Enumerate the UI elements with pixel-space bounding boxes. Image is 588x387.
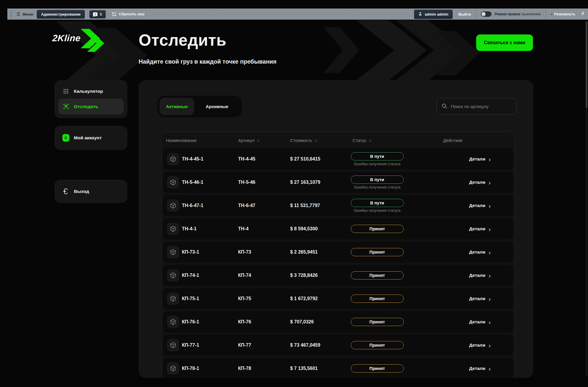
row-article: ТН-5-46 — [238, 180, 290, 185]
shipments-table: Наименование Артикул ↑↓ Стоимость ↑↓ Ста… — [161, 132, 515, 378]
drag-handle-icon[interactable] — [10, 10, 12, 18]
package-icon — [167, 176, 179, 188]
notifications-button[interactable]: i 5 — [89, 10, 106, 18]
row-cost: $ 7 135,5601 — [290, 366, 337, 371]
row-name: ТН-4-1 — [182, 226, 238, 231]
logo[interactable]: 2Kline — [52, 27, 108, 53]
search-input[interactable] — [451, 104, 511, 109]
sidebar-item-track[interactable]: Отследить — [58, 99, 124, 114]
row-cost: $ 8 594,5300 — [290, 226, 337, 231]
administration-button[interactable]: Администрирование — [37, 10, 85, 19]
details-label: Детали — [469, 156, 485, 162]
details-button[interactable]: Детали › — [469, 272, 491, 279]
status-badge: Принят — [351, 295, 404, 303]
chevron-right-icon: › — [489, 366, 491, 372]
row-article: КП-75 — [238, 296, 290, 301]
row-cost: $ 27 510,6415 — [290, 156, 337, 162]
status-error-text: Ошибка получения статуса — [354, 185, 400, 189]
row-name: ТН-6-47-1 — [182, 203, 238, 208]
row-cost: $ 73 467,0459 — [290, 343, 337, 348]
sort-icon[interactable]: ↑↓ — [368, 138, 371, 143]
hamburger-menu-icon[interactable]: ☰ — [16, 11, 20, 17]
row-name: КП-76-1 — [182, 319, 238, 325]
row-cost: $ 2 265,9451 — [290, 249, 337, 255]
row-name: КП-75-1 — [182, 296, 238, 301]
details-label: Детали — [469, 296, 485, 301]
expand-link[interactable]: Развернуть — [554, 12, 575, 16]
tab-archive[interactable]: Архивные — [194, 98, 240, 115]
row-article: ТН-6-47 — [238, 203, 290, 208]
row-article: ТН-4 — [238, 226, 290, 231]
details-button[interactable]: Детали › — [469, 319, 491, 325]
clear-cache-button[interactable]: Сбросить кеш — [112, 12, 144, 17]
tab-active[interactable]: Активные — [160, 98, 194, 115]
chevron-right-icon: › — [489, 249, 491, 255]
status-error-text: Ошибка получения статуса — [354, 209, 400, 213]
column-header-cost[interactable]: Стоимость ↑↓ — [290, 138, 337, 143]
edit-mode-toggle[interactable] — [481, 11, 491, 17]
status-badge: Принят — [351, 225, 404, 233]
grid-dots-icon — [62, 88, 69, 94]
chevron-right-icon: › — [489, 179, 491, 186]
table-row: ТН-4-1 ТН-4 $ 8 594,5300 Принят Детали › — [163, 218, 513, 239]
details-label: Детали — [469, 343, 485, 348]
sidebar-item-account[interactable]: К Мой аккаунт — [58, 130, 124, 146]
sidebar-item-calculator[interactable]: Калькулятор — [58, 84, 124, 99]
sort-icon[interactable]: ↑↓ — [314, 138, 317, 143]
scrollbar[interactable] — [586, 21, 587, 376]
row-article: КП-74 — [238, 273, 290, 278]
table-row: КП-78-1 КП-78 $ 7 135,5601 Принят Детали… — [163, 358, 513, 378]
package-icon — [167, 199, 179, 212]
details-label: Детали — [469, 366, 485, 371]
package-icon — [167, 153, 179, 165]
admin-toolbar: ☰ Меню Администрирование i 5 Сбросить ке… — [7, 9, 588, 20]
toggle-knob — [481, 12, 486, 16]
logo-text: 2Kline — [52, 33, 81, 44]
tabs: Активные Архивные — [157, 96, 242, 117]
details-button[interactable]: Детали › — [469, 179, 491, 186]
chevron-right-icon: › — [489, 319, 491, 325]
status-badge: Принят — [351, 271, 404, 280]
table-row: КП-74-1 КП-74 $ 3 728,8426 Принят Детали… — [163, 265, 513, 286]
contact-us-button[interactable]: Связаться с нами — [476, 34, 533, 51]
details-button[interactable]: Детали › — [469, 249, 491, 255]
table-row: ТН-4-45-1 ТН-4-45 $ 27 510,6415 В пути О… — [163, 148, 513, 170]
row-cost: $ 3 728,8426 — [290, 273, 337, 278]
details-label: Детали — [469, 319, 485, 325]
menu-label[interactable]: Меню — [22, 12, 33, 16]
table-row: КП-76-1 КП-76 $ 707,0326 Принят Детали › — [163, 311, 513, 333]
column-header-status[interactable]: Статус ↑↓ — [337, 138, 418, 143]
details-button[interactable]: Детали › — [469, 296, 491, 302]
info-document-icon: i — [93, 12, 97, 16]
table-body: ТН-4-45-1 ТН-4-45 $ 27 510,6415 В пути О… — [163, 148, 513, 378]
sidebar-card-logout: Выход — [54, 180, 127, 203]
row-cost: $ 11 531,7797 — [290, 203, 337, 208]
details-button[interactable]: Детали › — [469, 342, 491, 348]
details-label: Детали — [469, 249, 485, 255]
toolbar-logout-link[interactable]: Выйти — [459, 12, 471, 16]
sidebar-item-label: Отследить — [74, 104, 98, 109]
search-icon — [441, 103, 447, 110]
table-row: КП-73-1 КП-73 $ 2 265,9451 Принят Детали… — [163, 242, 513, 263]
notifications-count: 5 — [100, 12, 102, 16]
column-header-article[interactable]: Артикул ↑↓ — [238, 138, 290, 143]
sort-icon[interactable]: ↑↓ — [257, 138, 259, 143]
details-button[interactable]: Детали › — [469, 203, 491, 209]
details-button[interactable]: Детали › — [469, 156, 491, 162]
status-badge: В пути — [351, 152, 404, 161]
edit-mode-state: выключен — [522, 12, 541, 16]
package-icon — [167, 292, 179, 305]
sidebar-item-logout[interactable]: Выход — [58, 183, 124, 199]
details-button[interactable]: Детали › — [469, 226, 491, 232]
user-label: admin admin — [425, 12, 448, 16]
scrollbar-thumb[interactable] — [586, 21, 587, 108]
status-badge: Принят — [351, 318, 404, 326]
details-button[interactable]: Детали › — [469, 366, 491, 372]
chevron-right-icon: › — [489, 203, 491, 209]
sidebar-card-account: К Мой аккаунт — [54, 126, 127, 150]
pin-icon[interactable] — [579, 11, 586, 17]
user-button[interactable]: admin admin — [414, 10, 452, 19]
search-box — [436, 98, 516, 115]
clear-cache-label: Сбросить кеш — [119, 12, 144, 16]
user-icon — [418, 12, 422, 17]
